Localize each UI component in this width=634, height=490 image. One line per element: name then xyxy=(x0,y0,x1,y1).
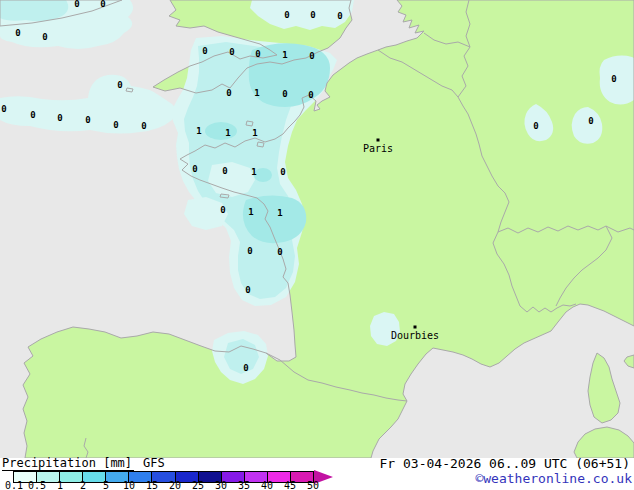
precip-value-marker: 0 xyxy=(255,49,260,59)
precip-value-marker: 0 xyxy=(533,121,538,131)
legend-tick-label: 15 xyxy=(146,481,158,490)
precip-value-marker: 0 xyxy=(226,88,231,98)
precip-value-marker: 0 xyxy=(247,246,252,256)
precip-value-marker: 0 xyxy=(100,0,105,9)
precip-value-marker: 0 xyxy=(229,47,234,57)
precip-value-marker: 0 xyxy=(30,110,35,120)
city-dot xyxy=(414,326,417,329)
heavy-spot-loire-coast xyxy=(243,195,306,243)
precip-value-marker: 0 xyxy=(243,363,248,373)
rain-blob-germany-east xyxy=(600,56,634,105)
precip-value-marker: 1 xyxy=(251,167,256,177)
datetime-label: Fr 03-04-2026 06..09 UTC (06+51) xyxy=(380,457,630,471)
heavy-spot-brittany-north xyxy=(205,122,237,140)
legend-tick-label: 5 xyxy=(103,481,109,490)
precip-value-marker: 1 xyxy=(254,88,259,98)
precip-value-marker: 0 xyxy=(57,113,62,123)
weather-map-screenshot: ParisDourbies 00000000001000010000000000… xyxy=(0,0,634,490)
legend-tick-labels: 0.10.5125101520253035404550 xyxy=(0,481,340,490)
precip-value-marker: 0 xyxy=(192,164,197,174)
precip-value-marker: 0 xyxy=(222,166,227,176)
precip-value-marker: 1 xyxy=(252,128,257,138)
legend-tick-label: 1 xyxy=(57,481,63,490)
precip-value-marker: 0 xyxy=(308,90,313,100)
precip-value-marker: 0 xyxy=(611,74,616,84)
precip-value-marker: 0 xyxy=(15,28,20,38)
precip-value-marker: 1 xyxy=(196,126,201,136)
precip-value-marker: 0 xyxy=(310,10,315,20)
precip-value-marker: 1 xyxy=(282,50,287,60)
precip-value-marker: 0 xyxy=(113,120,118,130)
city-label: Paris xyxy=(363,143,393,154)
legend-bar: Precipitation [mm]GFS 0.10.5125101520253… xyxy=(0,458,634,490)
legend-tick-label: 10 xyxy=(123,481,135,490)
legend-tick-label: 30 xyxy=(215,481,227,490)
precip-value-marker: 0 xyxy=(284,10,289,20)
copyright-label: ©weatheronline.co.uk xyxy=(475,472,632,486)
precip-value-marker: 1 xyxy=(225,128,230,138)
legend-tick-label: 45 xyxy=(284,481,296,490)
precip-value-marker: 0 xyxy=(141,121,146,131)
legend-tick-label: 35 xyxy=(238,481,250,490)
city-dot xyxy=(377,139,380,142)
precip-value-marker: 0 xyxy=(588,116,593,126)
legend-tick-label: 0.5 xyxy=(28,481,46,490)
precip-value-marker: 0 xyxy=(245,285,250,295)
precip-value-marker: 0 xyxy=(74,0,79,9)
precip-value-marker: 0 xyxy=(117,80,122,90)
precip-value-marker: 1 xyxy=(248,207,253,217)
precip-value-marker: 0 xyxy=(1,104,6,114)
precip-value-marker: 0 xyxy=(277,247,282,257)
map-area: ParisDourbies 00000000001000010000000000… xyxy=(0,0,634,458)
legend-tick-label: 50 xyxy=(307,481,319,490)
precip-value-marker: 0 xyxy=(280,167,285,177)
precip-value-marker: 0 xyxy=(42,32,47,42)
precip-value-marker: 1 xyxy=(277,208,282,218)
precip-value-marker: 0 xyxy=(282,89,287,99)
precipitation-map: ParisDourbies 00000000001000010000000000… xyxy=(0,0,634,458)
legend-title: Precipitation [mm] xyxy=(2,456,134,471)
legend-tick-label: 2 xyxy=(80,481,86,490)
precip-value-marker: 0 xyxy=(309,51,314,61)
legend-tick-label: 0.1 xyxy=(5,481,23,490)
legend-tick-label: 25 xyxy=(192,481,204,490)
precip-value-marker: 0 xyxy=(85,115,90,125)
precip-value-marker: 0 xyxy=(202,46,207,56)
legend-title-row: Precipitation [mm]GFS xyxy=(2,457,165,470)
legend-unit: [mm] xyxy=(103,456,132,470)
legend-tick-label: 40 xyxy=(261,481,273,490)
precip-value-marker: 0 xyxy=(220,205,225,215)
precip-value-marker: 0 xyxy=(337,11,342,21)
legend-tick-label: 20 xyxy=(169,481,181,490)
city-label: Dourbies xyxy=(391,330,439,341)
legend-model: GFS xyxy=(143,456,165,470)
